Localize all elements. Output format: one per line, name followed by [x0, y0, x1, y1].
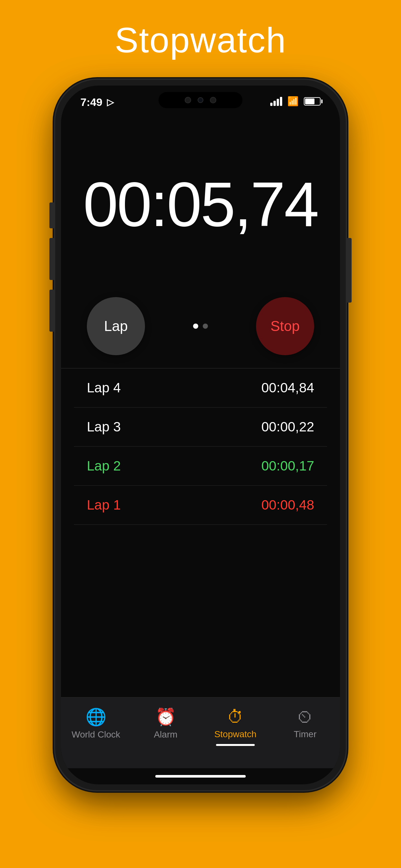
signal-bar-3 [277, 99, 279, 106]
lap-item-3: Lap 3 00:00,22 [74, 407, 327, 446]
alarm-icon: ⏰ [155, 707, 176, 727]
lap-2-name: Lap 2 [87, 458, 121, 474]
signal-bar-4 [280, 97, 282, 106]
spacer [61, 525, 340, 698]
tab-stopwatch-label: Stopwatch [214, 729, 257, 740]
time-display: 7:49 [81, 96, 102, 108]
stop-button[interactable]: Stop [256, 297, 314, 355]
tab-bar: 🌐 World Clock ⏰ Alarm ⏱ Stopwatch ⏲ Time… [61, 697, 340, 768]
tab-active-indicator [216, 744, 255, 746]
lap-4-name: Lap 4 [87, 380, 121, 396]
camera-dot-3 [210, 97, 216, 103]
volume-down-button [50, 290, 54, 332]
timer-icon: ⏲ [297, 707, 313, 726]
lap-4-time: 00:04,84 [261, 380, 314, 396]
controls-row: Lap Stop [61, 290, 340, 368]
lap-item-2: Lap 2 00:00,17 [74, 446, 327, 486]
volume-up-button [50, 238, 54, 280]
timer-display-area: 00:05,74 [61, 118, 340, 290]
battery-icon [304, 97, 320, 105]
tab-alarm[interactable]: ⏰ Alarm [131, 707, 201, 740]
tab-stopwatch[interactable]: ⏱ Stopwatch [201, 707, 270, 740]
tab-alarm-label: Alarm [154, 730, 177, 740]
tab-world-clock[interactable]: 🌐 World Clock [61, 707, 131, 740]
page-title: Stopwatch [115, 20, 286, 60]
lap-button[interactable]: Lap [87, 297, 145, 355]
lap-1-time: 00:00,48 [261, 497, 314, 513]
tab-world-clock-label: World Clock [72, 730, 120, 740]
mute-button [50, 203, 54, 228]
home-indicator [61, 768, 340, 784]
dot-1 [193, 323, 198, 329]
lap-1-name: Lap 1 [87, 497, 121, 513]
tab-timer[interactable]: ⏲ Timer [270, 707, 340, 740]
power-button [347, 238, 351, 303]
wifi-icon: 📶 [287, 96, 299, 106]
lap-3-time: 00:00,22 [261, 419, 314, 435]
status-bar: 7:49 ▷ 📶 [61, 86, 340, 118]
status-right-icons: 📶 [270, 96, 320, 106]
camera-dot-2 [197, 97, 204, 103]
status-time: 7:49 ▷ [81, 96, 114, 108]
signal-bar-2 [274, 101, 276, 106]
tab-timer-label: Timer [294, 729, 317, 740]
dynamic-island [158, 92, 243, 108]
screen-content: 00:05,74 Lap Stop Lap 4 00:04,84 Lap 3 [61, 118, 340, 784]
signal-bars [270, 97, 282, 106]
lap-item-1: Lap 1 00:00,48 [74, 486, 327, 525]
page-dots [193, 323, 208, 329]
phone-mockup: 7:49 ▷ 📶 [55, 80, 346, 790]
battery-fill [305, 98, 314, 104]
location-icon: ▷ [107, 97, 114, 107]
signal-bar-1 [270, 103, 273, 106]
dot-2 [203, 323, 208, 329]
world-clock-icon: 🌐 [86, 707, 106, 727]
lap-2-time: 00:00,17 [261, 458, 314, 474]
stopwatch-icon: ⏱ [227, 707, 244, 726]
timer-text: 00:05,74 [83, 168, 318, 240]
home-bar [155, 775, 246, 778]
lap-3-name: Lap 3 [87, 419, 121, 435]
lap-item-4: Lap 4 00:04,84 [74, 368, 327, 407]
camera-dot-1 [185, 97, 191, 103]
phone-screen: 7:49 ▷ 📶 [61, 86, 340, 784]
lap-list: Lap 4 00:04,84 Lap 3 00:00,22 Lap 2 00:0… [61, 368, 340, 525]
